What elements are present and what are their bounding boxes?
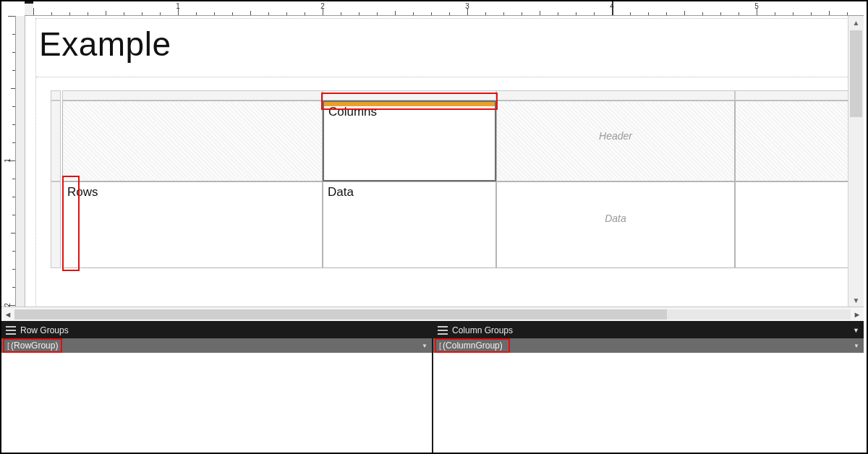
column-group-item[interactable]: [ (ColumnGroup) ▼ xyxy=(433,338,864,353)
panel-header: Row Groups xyxy=(1,322,432,338)
data-label: Data xyxy=(328,185,354,199)
scroll-up-button[interactable]: ▲ xyxy=(848,16,864,29)
group-item-label: (ColumnGroup) xyxy=(443,340,503,351)
column-handle[interactable] xyxy=(735,90,864,100)
column-handle[interactable] xyxy=(323,90,496,100)
ruler-horizontal: 123456 xyxy=(25,1,864,16)
report-title[interactable]: Example xyxy=(36,19,862,77)
panel-menu-icon[interactable]: ▼ xyxy=(853,327,859,334)
row-group-cell[interactable]: Rows xyxy=(62,181,323,268)
report-body[interactable]: Example Columns xyxy=(36,19,862,307)
design-surface[interactable]: Example Columns xyxy=(16,16,864,307)
header-placeholder-cell[interactable]: Header xyxy=(496,100,735,181)
header-cell[interactable] xyxy=(735,100,864,181)
data-cell[interactable] xyxy=(735,181,864,268)
scroll-thumb[interactable] xyxy=(850,30,862,117)
scroll-left-button[interactable]: ◄ xyxy=(1,310,14,319)
table-icon xyxy=(438,326,448,335)
panel-title: Column Groups xyxy=(452,325,513,335)
column-group-label: Columns xyxy=(328,105,377,119)
panel-body[interactable] xyxy=(433,353,864,453)
grouping-pane: Row Groups [ (RowGroup) ▼ Column Groups … xyxy=(1,321,864,453)
scroll-down-button[interactable]: ▼ xyxy=(848,294,864,307)
bracket-icon: [ xyxy=(439,341,441,350)
row-group-label: Rows xyxy=(67,185,98,199)
scroll-thumb[interactable] xyxy=(14,309,667,320)
dropdown-icon[interactable]: ▼ xyxy=(422,343,427,349)
panel-header: Column Groups ▼ xyxy=(433,322,864,338)
tablix-corner[interactable] xyxy=(62,100,323,181)
column-groups-panel[interactable]: Column Groups ▼ [ (ColumnGroup) ▼ xyxy=(433,322,864,453)
ruler-vertical: 123 xyxy=(1,16,16,307)
column-handle[interactable] xyxy=(496,90,735,100)
table-icon xyxy=(6,326,16,335)
horizontal-scrollbar[interactable]: ◄ ► xyxy=(1,307,864,321)
panel-title: Row Groups xyxy=(20,325,69,335)
column-group-cell[interactable]: Columns xyxy=(323,100,496,181)
placeholder-text: Header xyxy=(501,130,730,142)
row-groups-panel[interactable]: Row Groups [ (RowGroup) ▼ xyxy=(1,322,433,453)
column-handle[interactable] xyxy=(62,90,323,100)
dropdown-icon[interactable]: ▼ xyxy=(854,343,859,349)
bracket-icon: [ xyxy=(7,341,9,350)
vertical-scrollbar[interactable]: ▲ ▼ xyxy=(848,16,864,307)
group-item-label: (RowGroup) xyxy=(11,340,58,351)
tablix[interactable]: Columns Header Rows Data Data xyxy=(41,90,862,268)
row-group-item[interactable]: [ (RowGroup) ▼ xyxy=(1,338,432,353)
data-cell[interactable]: Data xyxy=(323,181,496,268)
scroll-right-button[interactable]: ► xyxy=(851,310,864,319)
placeholder-text: Data xyxy=(501,213,730,224)
data-placeholder-cell[interactable]: Data xyxy=(496,181,735,268)
panel-body[interactable] xyxy=(1,353,432,453)
